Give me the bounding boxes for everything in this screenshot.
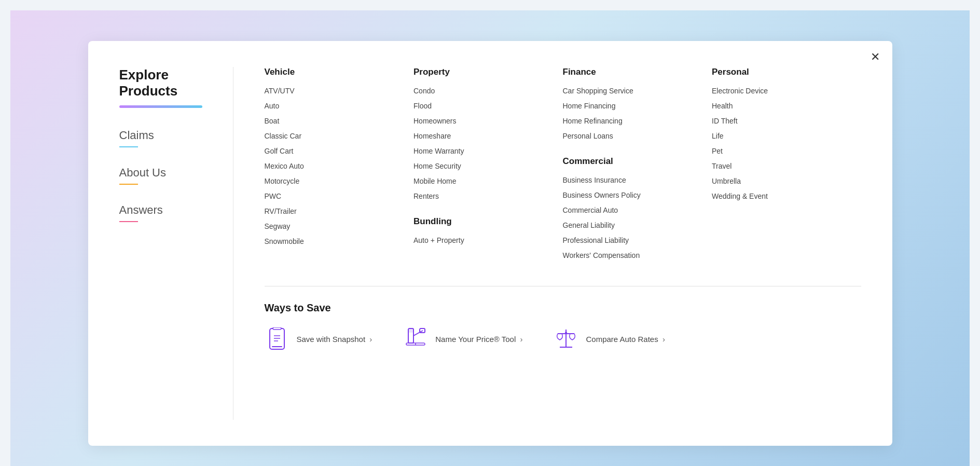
link-professional-liability[interactable]: Professional Liability <box>563 235 712 246</box>
personal-header: Personal <box>712 67 861 77</box>
compare-rates-icon <box>554 326 578 351</box>
link-segway[interactable]: Segway <box>265 221 414 232</box>
price-tool-label: Name Your Price® Tool › <box>435 335 522 344</box>
nav-claims-label[interactable]: Claims <box>119 129 212 142</box>
link-home-warranty[interactable]: Home Warranty <box>413 146 563 157</box>
ways-to-save-section: Ways to Save <box>265 302 861 351</box>
link-commercial-auto[interactable]: Commercial Auto <box>563 205 712 216</box>
link-golf-cart[interactable]: Golf Cart <box>265 146 414 157</box>
link-id-theft[interactable]: ID Theft <box>712 116 861 127</box>
link-flood[interactable]: Flood <box>413 101 563 112</box>
link-pet[interactable]: Pet <box>712 146 861 157</box>
svg-rect-2 <box>272 346 282 347</box>
link-home-financing[interactable]: Home Financing <box>563 101 712 112</box>
link-umbrella[interactable]: Umbrella <box>712 176 861 187</box>
price-tool-icon <box>403 326 428 351</box>
link-rv-trailer[interactable]: RV/Trailer <box>265 206 414 217</box>
claims-underline <box>119 146 138 147</box>
page-background: ✕ Explore Products Claims About Us Answe… <box>10 10 970 466</box>
link-home-security[interactable]: Home Security <box>413 161 563 172</box>
link-homeshare[interactable]: Homeshare <box>413 131 563 142</box>
ways-to-save-title: Ways to Save <box>265 302 861 314</box>
vehicle-column: Vehicle ATV/UTV Auto Boat Classic Car Go… <box>265 67 414 265</box>
ways-row: Save with Snapshot › <box>265 326 861 351</box>
answers-underline <box>119 221 138 222</box>
link-renters[interactable]: Renters <box>413 191 563 202</box>
link-workers-comp[interactable]: Workers' Compensation <box>563 250 712 261</box>
svg-rect-1 <box>273 327 281 330</box>
link-snowmobile[interactable]: Snowmobile <box>265 236 414 247</box>
link-life[interactable]: Life <box>712 131 861 142</box>
link-motorcycle[interactable]: Motorcycle <box>265 176 414 187</box>
compare-rates-label: Compare Auto Rates › <box>586 335 665 344</box>
link-health[interactable]: Health <box>712 101 861 112</box>
personal-column: Personal Electronic Device Health ID The… <box>712 67 861 265</box>
modal-container: ✕ Explore Products Claims About Us Answe… <box>88 41 892 446</box>
link-atv-utv[interactable]: ATV/UTV <box>265 86 414 97</box>
nav-answers-label[interactable]: Answers <box>119 203 212 217</box>
link-personal-loans[interactable]: Personal Loans <box>563 131 712 142</box>
bundling-header: Bundling <box>413 216 563 227</box>
compare-rates-item[interactable]: Compare Auto Rates › <box>554 326 665 351</box>
link-pwc[interactable]: PWC <box>265 191 414 202</box>
commercial-header: Commercial <box>563 156 712 167</box>
property-column: Property Condo Flood Homeowners Homeshar… <box>413 67 563 265</box>
link-condo[interactable]: Condo <box>413 86 563 97</box>
nav-about-label[interactable]: About Us <box>119 166 212 180</box>
link-home-refinancing[interactable]: Home Refinancing <box>563 116 712 127</box>
link-electronic-device[interactable]: Electronic Device <box>712 86 861 97</box>
left-panel: Explore Products Claims About Us Answers <box>119 67 233 420</box>
link-auto-property[interactable]: Auto + Property <box>413 235 563 246</box>
finance-header: Finance <box>563 67 712 77</box>
link-business-insurance[interactable]: Business Insurance <box>563 175 712 186</box>
snapshot-item[interactable]: Save with Snapshot › <box>265 326 372 351</box>
link-wedding-event[interactable]: Wedding & Event <box>712 191 861 202</box>
link-business-owners[interactable]: Business Owners Policy <box>563 190 712 201</box>
about-underline <box>119 184 138 185</box>
snapshot-label: Save with Snapshot › <box>297 335 372 344</box>
right-panel: Vehicle ATV/UTV Auto Boat Classic Car Go… <box>233 67 861 420</box>
link-travel[interactable]: Travel <box>712 161 861 172</box>
link-mobile-home[interactable]: Mobile Home <box>413 176 563 187</box>
explore-title: Explore Products <box>119 67 212 99</box>
link-mexico-auto[interactable]: Mexico Auto <box>265 161 414 172</box>
section-divider <box>265 286 861 286</box>
link-homeowners[interactable]: Homeowners <box>413 116 563 127</box>
vehicle-header: Vehicle <box>265 67 414 77</box>
snapshot-icon <box>265 326 289 351</box>
close-button[interactable]: ✕ <box>871 51 880 63</box>
link-car-shopping[interactable]: Car Shopping Service <box>563 86 712 97</box>
property-header: Property <box>413 67 563 77</box>
link-auto[interactable]: Auto <box>265 101 414 112</box>
link-classic-car[interactable]: Classic Car <box>265 131 414 142</box>
svg-rect-7 <box>408 328 413 333</box>
price-tool-item[interactable]: Name Your Price® Tool › <box>403 326 522 351</box>
nav-item-answers[interactable]: Answers <box>119 203 212 222</box>
commercial-section: Commercial Business Insurance Business O… <box>563 156 712 261</box>
bundling-section: Bundling Auto + Property <box>413 216 563 246</box>
finance-column: Finance Car Shopping Service Home Financ… <box>563 67 712 265</box>
product-columns: Vehicle ATV/UTV Auto Boat Classic Car Go… <box>265 67 861 265</box>
nav-item-about[interactable]: About Us <box>119 166 212 185</box>
nav-item-claims[interactable]: Claims <box>119 129 212 147</box>
title-underline <box>119 105 202 108</box>
link-boat[interactable]: Boat <box>265 116 414 127</box>
link-general-liability[interactable]: General Liability <box>563 220 712 231</box>
svg-point-16 <box>565 332 567 334</box>
